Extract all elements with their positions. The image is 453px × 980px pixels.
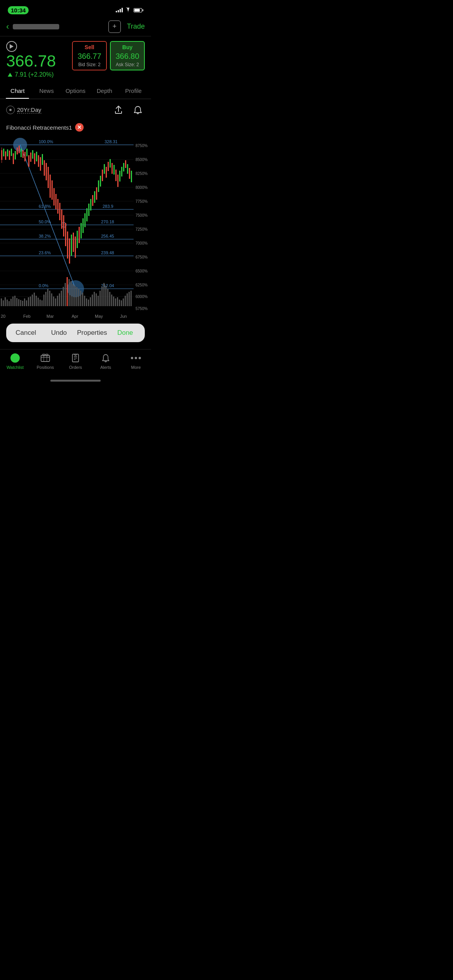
- chart-actions: [112, 103, 145, 117]
- add-to-watchlist-button[interactable]: +: [108, 21, 121, 33]
- svg-rect-61: [26, 300, 27, 306]
- status-icons: [116, 7, 143, 13]
- svg-rect-170: [102, 170, 103, 181]
- svg-rect-140: [44, 160, 45, 176]
- svg-rect-148: [59, 203, 60, 220]
- svg-rect-178: [117, 175, 118, 187]
- svg-text:6500%: 6500%: [136, 269, 148, 273]
- svg-rect-166: [94, 191, 95, 203]
- svg-rect-57: [18, 299, 19, 306]
- svg-text:Mar: Mar: [46, 314, 54, 319]
- done-button[interactable]: Done: [109, 327, 142, 338]
- share-button[interactable]: [112, 103, 125, 117]
- svg-rect-69: [41, 300, 43, 306]
- svg-rect-48: [1, 298, 2, 306]
- svg-text:20: 20: [1, 314, 5, 319]
- svg-rect-169: [100, 176, 101, 187]
- svg-rect-157: [77, 231, 78, 248]
- svg-rect-53: [10, 299, 12, 306]
- svg-text:7750%: 7750%: [136, 199, 148, 204]
- nav-positions[interactable]: Positions: [30, 353, 60, 370]
- svg-rect-85: [72, 284, 74, 306]
- alert-button[interactable]: [131, 103, 145, 117]
- sell-box[interactable]: Sell 366.77 Bid Size: 2: [72, 41, 107, 70]
- tab-chart[interactable]: Chart: [3, 83, 32, 99]
- svg-rect-124: [13, 153, 14, 164]
- buy-price: 366.80: [115, 52, 139, 61]
- svg-rect-108: [117, 297, 118, 306]
- tab-options[interactable]: Options: [61, 83, 90, 99]
- svg-rect-121: [7, 149, 8, 156]
- svg-rect-99: [100, 291, 101, 306]
- tab-profile[interactable]: Profile: [119, 83, 148, 99]
- tabs: Chart News Options Depth Profile: [0, 83, 151, 99]
- status-bar: 10:34: [0, 0, 151, 17]
- svg-rect-116: [1, 150, 2, 160]
- period-icon: [6, 106, 15, 114]
- svg-text:256.45: 256.45: [101, 234, 114, 238]
- nav-more[interactable]: More: [121, 353, 151, 370]
- svg-rect-127: [19, 146, 20, 153]
- svg-rect-112: [125, 296, 126, 306]
- svg-rect-131: [26, 149, 27, 156]
- nav-watchlist[interactable]: Watchlist: [0, 353, 30, 370]
- chart-area[interactable]: 8750% 8500% 8250% 8000% 7750% 7500% 7250…: [0, 134, 151, 320]
- svg-text:Jun: Jun: [120, 314, 127, 319]
- buy-ask-size: Ask Size: 2: [115, 62, 139, 67]
- cancel-button[interactable]: Cancel: [9, 327, 43, 338]
- svg-rect-64: [32, 295, 33, 306]
- svg-rect-106: [113, 296, 114, 306]
- svg-text:100.0%: 100.0%: [39, 139, 53, 144]
- buy-box[interactable]: Buy 366.80 Ask Size: 2: [110, 41, 145, 70]
- svg-rect-63: [30, 296, 31, 306]
- wifi-icon: [125, 7, 131, 13]
- svg-text:239.48: 239.48: [101, 250, 114, 255]
- up-arrow-icon: [8, 73, 12, 77]
- svg-rect-105: [111, 295, 112, 306]
- play-button[interactable]: [6, 41, 17, 52]
- undo-button[interactable]: Undo: [43, 327, 76, 338]
- svg-rect-143: [50, 175, 51, 198]
- svg-rect-104: [109, 292, 110, 306]
- svg-text:212.04: 212.04: [101, 283, 114, 288]
- tab-news[interactable]: News: [32, 83, 61, 99]
- svg-rect-92: [86, 298, 87, 306]
- chart-period[interactable]: 20Yr:Day: [6, 106, 41, 114]
- period-label: 20Yr:Day: [17, 106, 41, 113]
- svg-rect-114: [129, 292, 130, 306]
- svg-rect-142: [48, 167, 49, 188]
- tab-depth[interactable]: Depth: [90, 83, 119, 99]
- svg-rect-141: [46, 163, 47, 180]
- svg-rect-168: [98, 180, 99, 192]
- svg-rect-173: [108, 162, 109, 171]
- svg-text:283.9: 283.9: [103, 204, 113, 209]
- orders-icon: [70, 353, 81, 363]
- svg-rect-172: [106, 167, 107, 178]
- svg-rect-60: [24, 298, 25, 306]
- trade-button[interactable]: Trade: [127, 22, 145, 31]
- chart-svg: 8750% 8500% 8250% 8000% 7750% 7500% 7250…: [0, 134, 151, 320]
- svg-rect-67: [38, 298, 39, 306]
- svg-text:8250%: 8250%: [136, 171, 148, 176]
- change-pct: (+2.20%): [28, 71, 53, 78]
- svg-text:6750%: 6750%: [136, 255, 148, 259]
- svg-rect-55: [14, 296, 15, 306]
- svg-rect-136: [36, 152, 37, 161]
- svg-text:7250%: 7250%: [136, 227, 148, 231]
- back-button[interactable]: ‹: [6, 22, 9, 32]
- svg-rect-147: [57, 199, 58, 214]
- fib-close-button[interactable]: ✕: [75, 123, 84, 132]
- properties-button[interactable]: Properties: [76, 327, 109, 338]
- svg-rect-75: [53, 296, 54, 306]
- svg-rect-98: [98, 296, 99, 306]
- svg-rect-56: [16, 298, 17, 306]
- svg-rect-182: [125, 160, 126, 168]
- svg-rect-154: [71, 235, 72, 256]
- nav-alerts[interactable]: Alerts: [91, 353, 121, 370]
- fib-label: Fibonacci Retracements1 ✕: [0, 121, 151, 134]
- nav-orders[interactable]: Orders: [60, 353, 91, 370]
- svg-rect-134: [32, 150, 33, 159]
- svg-rect-152: [67, 231, 68, 259]
- svg-rect-163: [88, 204, 89, 216]
- svg-rect-97: [96, 293, 97, 306]
